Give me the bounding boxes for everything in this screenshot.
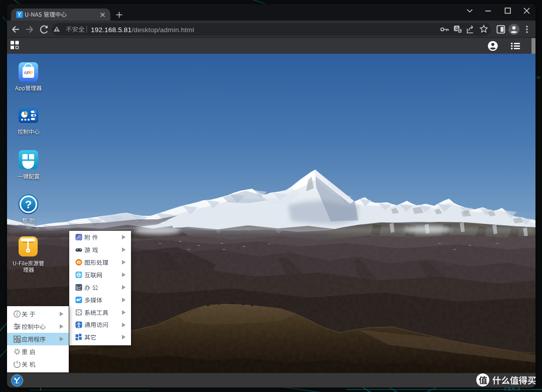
svg-text:?: ? bbox=[25, 198, 32, 211]
svg-text:APP: APP bbox=[24, 70, 33, 75]
